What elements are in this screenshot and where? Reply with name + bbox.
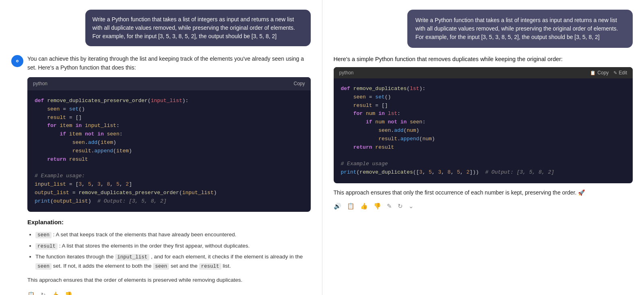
chevron-icon-right[interactable]: ⌄ — [409, 203, 414, 210]
explanation-item-3: The function iterates through the input_… — [35, 252, 311, 271]
thumbup2-icon-right[interactable]: 👍 — [360, 203, 368, 210]
refresh-icon-left[interactable]: ↻ — [41, 290, 46, 295]
code-block-left: python Copy def remove_duplicates_preser… — [27, 77, 311, 212]
explanation-title: Explanation: — [27, 217, 311, 227]
ai-response-left: You can achieve this by iterating throug… — [11, 54, 311, 295]
copy-icon-left[interactable]: 📋 — [27, 290, 35, 295]
copy-button-left[interactable]: Copy — [293, 81, 305, 86]
closing-text-right: This approach ensures that only the firs… — [334, 188, 633, 197]
code-content-left: def remove_duplicates_preserve_order(inp… — [27, 90, 311, 212]
closing-text-left: This approach ensures that the order of … — [27, 276, 311, 285]
code-header-right: python 📋 Copy ✎ Edit — [334, 67, 633, 78]
code-content-right: def remove_duplicates(lst): seen = set()… — [334, 78, 633, 183]
edit2-icon-right[interactable]: ✎ — [387, 203, 392, 210]
user-message-left: Write a Python function that takes a lis… — [85, 10, 311, 46]
action-row-left: 📋 ↻ 👍 👎 — [27, 290, 311, 295]
explanation-list: seen : A set that keeps track of the ele… — [27, 230, 311, 271]
user-message-right: Write a Python function that takes a lis… — [407, 10, 633, 48]
action-row-right: 🔊 📋 👍 👎 ✎ ↻ ⌄ — [334, 203, 633, 210]
code-actions-right: 📋 Copy ✎ Edit — [590, 70, 627, 76]
edit-button-right[interactable]: ✎ Edit — [613, 70, 627, 76]
explanation-item-1: seen : A set that keeps track of the ele… — [35, 230, 311, 240]
code-block-right: python 📋 Copy ✎ Edit def remove_duplicat… — [334, 67, 633, 183]
ai-intro-right: Here's a simple Python function that rem… — [334, 56, 633, 62]
copy2-icon-right[interactable]: 📋 — [347, 203, 355, 210]
refresh2-icon-right[interactable]: ↻ — [398, 203, 403, 210]
deepseek-avatar — [11, 55, 23, 67]
thumbdown-icon-left[interactable]: 👎 — [65, 290, 72, 295]
ai-intro-left: You can achieve this by iterating throug… — [27, 54, 311, 72]
code-header-left: python Copy — [27, 77, 311, 90]
chatgpt-panel: Write a Python function that takes a lis… — [322, 0, 644, 295]
code-lang-left: python — [33, 80, 47, 88]
deepseek-panel: Write a Python function that takes a lis… — [0, 0, 322, 295]
copy-button-right[interactable]: 📋 Copy — [590, 70, 609, 76]
code-lang-right: python — [339, 70, 354, 76]
svg-point-1 — [17, 61, 18, 62]
explanation-item-2: result : A list that stores the elements… — [35, 242, 311, 251]
thumbdown2-icon-right[interactable]: 👎 — [374, 203, 381, 210]
ai-content-left: You can achieve this by iterating throug… — [27, 54, 311, 295]
thumbup-icon-left[interactable]: 👍 — [52, 290, 59, 295]
ai-response-right: Here's a simple Python function that rem… — [334, 56, 633, 210]
audio-icon-right[interactable]: 🔊 — [334, 203, 341, 210]
